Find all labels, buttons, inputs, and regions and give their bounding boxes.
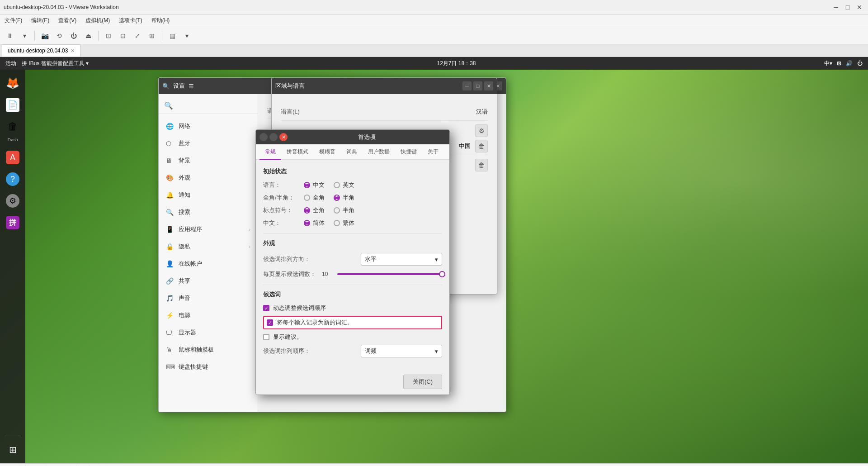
pinyin-icon: 拼 [6, 216, 19, 229]
check-show-suggestions-input[interactable] [263, 334, 269, 340]
revert-button[interactable]: ⟲ [53, 29, 66, 42]
half-width-radio[interactable] [334, 195, 340, 201]
tab-pinyin-mode[interactable]: 拼音模式 [281, 144, 314, 160]
tab-general[interactable]: 常规 [259, 144, 281, 160]
settings-title: 设置 [173, 82, 185, 90]
region-gear-button[interactable]: ⚙ [475, 124, 488, 137]
sidebar-item-background[interactable]: 🖥 背景 [159, 152, 258, 169]
full-width-option[interactable]: 全角 [304, 194, 325, 202]
sidebar-item-display[interactable]: 🖵 显示器 [159, 324, 258, 341]
fit-guest-button[interactable]: ⊡ [102, 29, 115, 42]
dock-icon-trash[interactable]: 🗑 Trash [3, 117, 23, 137]
per-page-label: 每页显示候选词数： [263, 270, 322, 278]
tab-about[interactable]: 关于 [422, 144, 444, 160]
dock-icon-settings[interactable]: ⚙ [3, 191, 23, 211]
sidebar-search-input[interactable] [177, 102, 253, 109]
region-maximize-button[interactable]: □ [473, 81, 482, 90]
settings-menu-icon[interactable]: ☰ [189, 83, 194, 90]
sidebar-item-power[interactable]: ⚡ 电源 [159, 307, 258, 324]
lang-english-option[interactable]: 英文 [334, 181, 354, 189]
sidebar-item-network[interactable]: 🌐 网络 [159, 118, 258, 135]
pause-button[interactable]: ⏸ [4, 29, 16, 42]
sidebar-item-keyboard-shortcuts[interactable]: ⌨ 键盘快捷键 [159, 358, 258, 376]
sidebar-item-sharing[interactable]: 🔗 共享 [159, 272, 258, 290]
menu-tabs[interactable]: 选项卡(T) [114, 15, 146, 26]
dock-icon-firefox[interactable]: 🦊 [3, 73, 23, 93]
lang-english-radio[interactable] [334, 182, 340, 188]
dock-icon-show-apps[interactable]: ⊞ [3, 440, 23, 460]
lang-chinese-label: 中文 [313, 181, 325, 189]
maximize-button[interactable]: □ [843, 2, 853, 12]
view2-button[interactable]: ▾ [180, 29, 193, 42]
prefs-minimize-button[interactable] [259, 133, 268, 141]
sidebar-item-applications[interactable]: 📱 应用程序 › [159, 221, 258, 238]
prefs-close-button[interactable]: 关闭(C) [403, 375, 442, 389]
menu-view[interactable]: 查看(V) [54, 15, 81, 26]
slider-thumb[interactable] [439, 271, 445, 277]
activities-button[interactable]: 活动 [5, 60, 16, 67]
region-close-button[interactable]: ✕ [484, 81, 493, 90]
region-lang-label: 语言(L) [281, 108, 300, 116]
check-record-vocab-input[interactable]: ✓ [267, 319, 273, 326]
region-delete-1-button[interactable]: 🗑 [475, 140, 488, 152]
prefs-close-window-button[interactable]: ✕ [279, 133, 288, 141]
simplified-option[interactable]: 简体 [304, 219, 325, 227]
simplified-radio[interactable] [304, 220, 310, 226]
menu-help[interactable]: 帮助(H) [147, 15, 175, 26]
fullscreen-button[interactable]: ⤢ [131, 29, 144, 42]
half-width-option[interactable]: 半角 [334, 194, 354, 202]
vmware-title-text: ubuntu-desktop-20.04.03 - VMware Worksta… [4, 4, 119, 10]
menu-edit[interactable]: 编辑(E) [27, 15, 54, 26]
windowed-button[interactable]: ⊞ [146, 29, 158, 42]
power-button[interactable]: ▾ [18, 29, 31, 42]
check-dynamic-order-input[interactable]: ✓ [263, 305, 269, 311]
suspend-button[interactable]: ⏻ [67, 29, 80, 42]
region-minimize-button[interactable]: ─ [462, 81, 472, 90]
sidebar-item-online-accounts[interactable]: 👤 在线帐户 [159, 255, 258, 272]
lang-chinese-option[interactable]: 中文 [304, 181, 325, 189]
sidebar-item-search[interactable]: 🔍 搜索 [159, 204, 258, 221]
settings-search-icon[interactable]: 🔍 [162, 83, 170, 90]
minimize-button[interactable]: ─ [831, 2, 841, 12]
volume-icon[interactable]: 🔊 [846, 60, 853, 67]
menu-vm[interactable]: 虚拟机(M) [81, 15, 114, 26]
sidebar-item-appearance[interactable]: 🎨 外观 [159, 169, 258, 186]
dock-icon-appstore[interactable]: A [3, 147, 23, 167]
punct-full-option[interactable]: 全角 [304, 206, 325, 214]
menu-file[interactable]: 文件(F) [0, 15, 27, 26]
sidebar-item-sound[interactable]: 🎵 声音 [159, 290, 258, 307]
sort-order-select[interactable]: 词频 ▾ [361, 345, 442, 357]
sidebar-item-bluetooth[interactable]: ⬡ 蓝牙 [159, 135, 258, 152]
dock-icon-files[interactable]: 📄 [3, 95, 23, 115]
punct-full-radio[interactable] [304, 207, 310, 214]
usb-button[interactable]: ⏏ [82, 29, 94, 42]
full-width-radio[interactable] [304, 195, 310, 201]
vm-tab-close-button[interactable]: ✕ [71, 48, 75, 54]
dock-icon-pinyin[interactable]: 拼 [3, 213, 23, 233]
tab-dictionary[interactable]: 词典 [341, 144, 363, 160]
punct-half-option[interactable]: 半角 [334, 206, 354, 214]
screenshot-button[interactable]: 📷 [38, 29, 51, 42]
dock-icon-help[interactable]: ? [3, 169, 23, 189]
lang-chinese-radio[interactable] [304, 182, 310, 188]
punct-half-radio[interactable] [334, 207, 340, 214]
region-delete-2-button[interactable]: 🗑 [475, 159, 488, 171]
tab-user-data[interactable]: 用户数据 [363, 144, 395, 160]
input-method-indicator[interactable]: 中▾ [824, 60, 832, 67]
power-icon[interactable]: ⏻ [857, 60, 863, 67]
vm-tab[interactable]: ubuntu-desktop-20.04.03 ✕ [2, 44, 80, 57]
view-button[interactable]: ▦ [166, 29, 179, 42]
sidebar-item-privacy[interactable]: 🔒 隐私 › [159, 238, 258, 255]
candidate-dir-select[interactable]: 水平 ▾ [361, 253, 442, 266]
close-button[interactable]: ✕ [854, 2, 864, 12]
sidebar-item-mouse-touchpad[interactable]: 🖱 鼠标和触摸板 [159, 341, 258, 358]
fit-window-button[interactable]: ⊟ [117, 29, 129, 42]
ibus-indicator[interactable]: 拼 IBus 智能拼音配置工具 ▾ [22, 60, 89, 67]
per-page-slider[interactable] [337, 273, 442, 275]
prefs-maximize-button[interactable] [269, 133, 278, 141]
traditional-option[interactable]: 繁体 [334, 219, 354, 227]
traditional-radio[interactable] [334, 220, 340, 226]
tab-shortcuts[interactable]: 快捷键 [395, 144, 422, 160]
tab-fuzzy[interactable]: 模糊音 [314, 144, 341, 160]
sidebar-item-notifications[interactable]: 🔔 通知 [159, 186, 258, 204]
